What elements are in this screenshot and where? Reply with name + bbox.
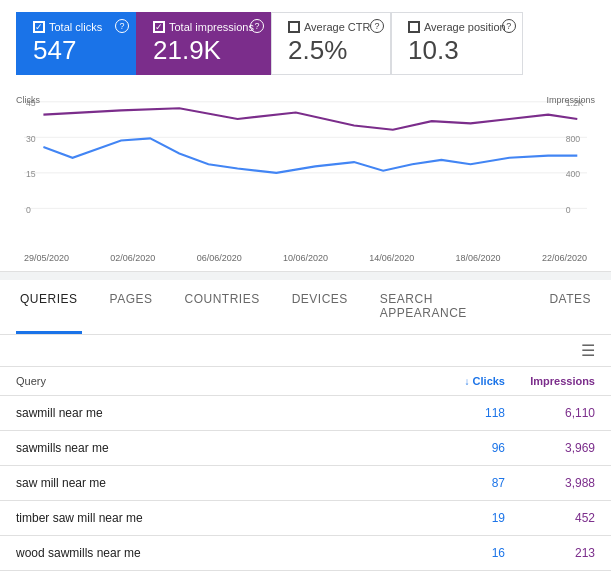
metric-value: 547 bbox=[33, 35, 119, 66]
svg-text:30: 30 bbox=[26, 133, 36, 144]
tab-countries[interactable]: COUNTRIES bbox=[180, 280, 263, 334]
x-axis-label: 22/06/2020 bbox=[542, 253, 587, 263]
tab-dates[interactable]: DATES bbox=[545, 280, 595, 334]
cell-query: sawmills near me bbox=[16, 441, 425, 455]
metric-label: Total impressions bbox=[169, 21, 254, 33]
col-query-header: Query bbox=[16, 375, 425, 387]
metric-label-row: Average CTR bbox=[288, 21, 374, 33]
cell-query: saw mill near me bbox=[16, 476, 425, 490]
x-axis-labels: 29/05/202002/06/202006/06/202010/06/2020… bbox=[16, 251, 595, 271]
x-axis-label: 10/06/2020 bbox=[283, 253, 328, 263]
svg-text:0: 0 bbox=[26, 204, 31, 215]
cell-clicks: 118 bbox=[425, 406, 505, 420]
cell-query: wood sawmills near me bbox=[16, 546, 425, 560]
top-section: Total clicks 547 ? Total impressions 21.… bbox=[0, 0, 611, 272]
table-row: sawmill near me 118 6,110 bbox=[0, 396, 611, 431]
chart-area: Clicks Impressions 45 30 15 0 1.2K 800 4… bbox=[16, 91, 595, 251]
table-header: Query ↓ Clicks Impressions bbox=[0, 367, 611, 396]
metric-checkbox[interactable] bbox=[153, 21, 165, 33]
metrics-row: Total clicks 547 ? Total impressions 21.… bbox=[16, 12, 595, 75]
tab-search-appearance[interactable]: SEARCH APPEARANCE bbox=[376, 280, 522, 334]
cell-clicks: 87 bbox=[425, 476, 505, 490]
chart-left-label: Clicks bbox=[16, 95, 40, 105]
cell-query: sawmill near me bbox=[16, 406, 425, 420]
metric-label: Average position bbox=[424, 21, 506, 33]
sort-arrow-icon: ↓ bbox=[465, 376, 470, 387]
svg-text:800: 800 bbox=[566, 133, 581, 144]
x-axis-label: 06/06/2020 bbox=[197, 253, 242, 263]
metric-card-average-position[interactable]: Average position 10.3 ? bbox=[391, 12, 523, 75]
svg-text:400: 400 bbox=[566, 169, 581, 180]
cell-impressions: 452 bbox=[505, 511, 595, 525]
metric-card-total-impressions[interactable]: Total impressions 21.9K ? bbox=[136, 12, 271, 75]
svg-text:15: 15 bbox=[26, 169, 36, 180]
filter-icon[interactable]: ☰ bbox=[581, 341, 595, 360]
metric-label: Average CTR bbox=[304, 21, 370, 33]
table-body: sawmill near me 118 6,110 sawmills near … bbox=[0, 396, 611, 571]
col-impressions-header: Impressions bbox=[505, 375, 595, 387]
x-axis-label: 02/06/2020 bbox=[110, 253, 155, 263]
info-icon[interactable]: ? bbox=[250, 19, 264, 33]
metric-label-row: Total clicks bbox=[33, 21, 119, 33]
table-row: timber saw mill near me 19 452 bbox=[0, 501, 611, 536]
chart-right-label: Impressions bbox=[546, 95, 595, 105]
info-icon[interactable]: ? bbox=[502, 19, 516, 33]
cell-impressions: 3,988 bbox=[505, 476, 595, 490]
cell-clicks: 16 bbox=[425, 546, 505, 560]
metric-value: 2.5% bbox=[288, 35, 374, 66]
x-axis-label: 29/05/2020 bbox=[24, 253, 69, 263]
col-clicks-header[interactable]: ↓ Clicks bbox=[425, 375, 505, 387]
metric-label-row: Total impressions bbox=[153, 21, 254, 33]
cell-impressions: 6,110 bbox=[505, 406, 595, 420]
tabs-row: QUERIESPAGESCOUNTRIESDEVICESSEARCH APPEA… bbox=[0, 280, 611, 335]
metric-card-total-clicks[interactable]: Total clicks 547 ? bbox=[16, 12, 136, 75]
metric-checkbox[interactable] bbox=[288, 21, 300, 33]
table-row: saw mill near me 87 3,988 bbox=[0, 466, 611, 501]
table-row: sawmills near me 96 3,969 bbox=[0, 431, 611, 466]
info-icon[interactable]: ? bbox=[370, 19, 384, 33]
tab-queries[interactable]: QUERIES bbox=[16, 280, 82, 334]
tab-devices[interactable]: DEVICES bbox=[288, 280, 352, 334]
cell-impressions: 213 bbox=[505, 546, 595, 560]
metric-checkbox[interactable] bbox=[408, 21, 420, 33]
table-row: wood sawmills near me 16 213 bbox=[0, 536, 611, 571]
cell-query: timber saw mill near me bbox=[16, 511, 425, 525]
chart-svg: 45 30 15 0 1.2K 800 400 0 bbox=[24, 91, 587, 231]
x-axis-label: 18/06/2020 bbox=[456, 253, 501, 263]
metric-label-row: Average position bbox=[408, 21, 506, 33]
tab-pages[interactable]: PAGES bbox=[106, 280, 157, 334]
bottom-section: QUERIESPAGESCOUNTRIESDEVICESSEARCH APPEA… bbox=[0, 280, 611, 571]
metric-value: 21.9K bbox=[153, 35, 254, 66]
metric-value: 10.3 bbox=[408, 35, 506, 66]
metric-label: Total clicks bbox=[49, 21, 102, 33]
info-icon[interactable]: ? bbox=[115, 19, 129, 33]
cell-clicks: 19 bbox=[425, 511, 505, 525]
cell-clicks: 96 bbox=[425, 441, 505, 455]
cell-impressions: 3,969 bbox=[505, 441, 595, 455]
x-axis-label: 14/06/2020 bbox=[369, 253, 414, 263]
svg-text:0: 0 bbox=[566, 204, 571, 215]
metric-card-average-ctr[interactable]: Average CTR 2.5% ? bbox=[271, 12, 391, 75]
filter-row: ☰ bbox=[0, 335, 611, 367]
metric-checkbox[interactable] bbox=[33, 21, 45, 33]
